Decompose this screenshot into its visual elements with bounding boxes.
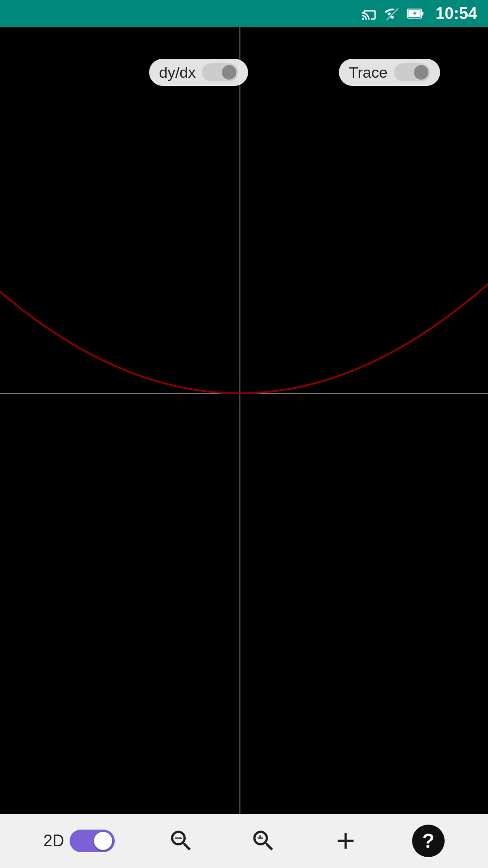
zoom-in-icon <box>250 827 277 854</box>
trace-toggle-switch[interactable] <box>394 63 430 81</box>
zoom-out-icon <box>168 827 195 854</box>
parabola-curve <box>0 284 488 393</box>
battery-icon <box>407 5 425 22</box>
bottom-toolbar: 2D ? <box>0 814 488 868</box>
mode-toggle[interactable] <box>70 830 115 852</box>
status-bar: 10:54 <box>0 0 488 27</box>
dydx-toggle-container: dy/dx <box>149 59 248 86</box>
zoom-out-button[interactable] <box>165 825 197 857</box>
graph-svg <box>0 27 488 814</box>
clock: 10:54 <box>436 4 477 23</box>
trace-toggle-container: Trace <box>339 59 440 86</box>
mode-2d-item: 2D <box>43 830 115 852</box>
help-button[interactable]: ? <box>412 825 445 857</box>
help-icon: ? <box>422 830 435 852</box>
add-icon <box>332 827 359 854</box>
mode-toggle-knob <box>94 832 112 850</box>
cast-icon <box>361 5 378 22</box>
mode-label: 2D <box>43 831 64 850</box>
dydx-label: dy/dx <box>159 64 196 81</box>
signal-icon <box>384 5 400 22</box>
dydx-knob <box>222 65 236 80</box>
trace-label: Trace <box>349 64 388 81</box>
add-button[interactable] <box>330 825 361 857</box>
zoom-in-button[interactable] <box>248 825 279 857</box>
trace-knob <box>414 65 428 80</box>
status-icons: 10:54 <box>361 4 477 23</box>
dydx-toggle-switch[interactable] <box>202 63 238 81</box>
svg-rect-1 <box>422 12 423 16</box>
graph-area[interactable]: dy/dx Trace <box>0 27 488 814</box>
